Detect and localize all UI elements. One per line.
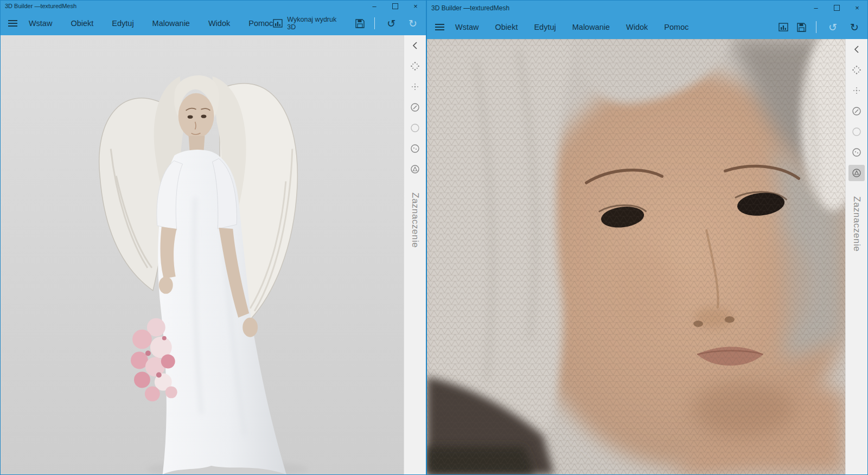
cone-select-icon <box>410 164 420 175</box>
menu-pomoc[interactable]: Pomoc <box>248 19 273 28</box>
titlebar[interactable]: 3D Builder —texturedMesh – × <box>427 1 867 15</box>
redo-icon[interactable]: ↻ <box>848 22 861 33</box>
save-icon[interactable] <box>355 19 365 28</box>
save-icon[interactable] <box>797 23 806 32</box>
close-button[interactable]: × <box>405 1 426 11</box>
close-button[interactable]: × <box>847 1 867 15</box>
window-controls: – × <box>806 1 867 15</box>
minimize-button[interactable]: – <box>364 1 385 11</box>
paint-select-icon <box>410 102 420 113</box>
minimize-button[interactable]: – <box>806 1 826 15</box>
desktop: 3D Builder —texturedMesh – × Wstaw Obiek… <box>0 0 868 475</box>
maximize-icon <box>834 5 840 11</box>
toolbar-divider <box>374 17 375 29</box>
tool-point-select[interactable] <box>407 58 423 74</box>
viewport-3d-angel[interactable] <box>1 35 404 474</box>
point-select-icon <box>410 61 420 72</box>
hamburger-menu-icon[interactable] <box>1 11 25 35</box>
panel-label-zaznaczenie: Zaznaczenie <box>410 192 420 248</box>
menu-obiekt[interactable]: Obiekt <box>495 23 518 31</box>
toolbar-divider <box>816 21 816 33</box>
window-body: Zaznaczenie <box>1 35 426 474</box>
tool-part-select[interactable] <box>407 79 423 95</box>
window-controls: – × <box>364 1 426 11</box>
chevron-left-icon <box>412 41 418 50</box>
menu-malowanie[interactable]: Malowanie <box>152 19 190 28</box>
wireframe-face-model <box>427 39 845 474</box>
toolbar: ↺ ↻ <box>778 21 867 33</box>
menu-pomoc[interactable]: Pomoc <box>664 23 688 31</box>
tool-paint-select[interactable] <box>848 103 865 119</box>
menu-wstaw[interactable]: Wstaw <box>29 19 53 28</box>
sphere-select-icon <box>851 147 862 158</box>
angel-figurine-model <box>1 35 404 474</box>
menu: Wstaw Obiekt Edytuj Malowanie Widok Pomo… <box>29 19 273 28</box>
tool-sphere-select[interactable] <box>848 144 865 161</box>
menu-widok[interactable]: Widok <box>626 23 648 31</box>
tool-sphere-select[interactable] <box>407 140 423 157</box>
panel-expand-button[interactable] <box>846 39 867 60</box>
maximize-button[interactable] <box>385 1 405 11</box>
menu-malowanie[interactable]: Malowanie <box>572 23 610 31</box>
maximize-icon <box>392 3 398 9</box>
viewport-3d-mesh-face[interactable] <box>427 39 845 474</box>
panel-label-zaznaczenie: Zaznaczenie <box>851 196 862 252</box>
chevron-left-icon <box>854 45 859 54</box>
print-3d-icon[interactable] <box>778 23 788 31</box>
selection-side-panel: Zaznaczenie <box>845 39 867 474</box>
part-select-icon <box>851 85 862 96</box>
titlebar[interactable]: 3D Builder —texturedMesh – × <box>1 1 426 11</box>
menu-edytuj[interactable]: Edytuj <box>112 19 133 28</box>
circle-select-icon <box>410 123 420 133</box>
tool-cone-select[interactable] <box>848 165 865 181</box>
tool-circle-select[interactable] <box>848 124 865 140</box>
cone-select-icon <box>851 168 862 178</box>
tool-point-select[interactable] <box>848 62 865 78</box>
window-3d-builder-left: 3D Builder —texturedMesh – × Wstaw Obiek… <box>0 0 426 475</box>
tool-part-select[interactable] <box>848 82 865 99</box>
print-3d-icon <box>273 19 283 28</box>
point-select-icon <box>851 65 862 75</box>
menu-wstaw[interactable]: Wstaw <box>455 23 479 31</box>
maximize-button[interactable] <box>826 1 847 15</box>
redo-icon[interactable]: ↻ <box>406 18 419 29</box>
window-3d-builder-right: 3D Builder —texturedMesh – × Wstaw Obiek… <box>426 0 868 475</box>
menu-obiekt[interactable]: Obiekt <box>71 19 93 28</box>
circle-select-icon <box>851 126 862 137</box>
part-select-icon <box>410 81 420 92</box>
print-3d-button[interactable]: Wykonaj wydruk 3D <box>273 16 347 31</box>
menubar: Wstaw Obiekt Edytuj Malowanie Widok Pomo… <box>1 11 426 35</box>
window-body: Zaznaczenie <box>427 39 867 474</box>
tool-circle-select[interactable] <box>407 120 423 136</box>
menu-edytuj[interactable]: Edytuj <box>534 23 556 31</box>
tool-cone-select[interactable] <box>407 161 423 177</box>
menu-widok[interactable]: Widok <box>208 19 230 28</box>
undo-icon[interactable]: ↺ <box>826 22 839 33</box>
menubar: Wstaw Obiekt Edytuj Malowanie Widok Pomo… <box>427 15 867 39</box>
menu: Wstaw Obiekt Edytuj Malowanie Widok Pomo… <box>455 23 689 31</box>
undo-icon[interactable]: ↺ <box>385 18 398 29</box>
toolbar: Wykonaj wydruk 3D ↺ ↻ <box>273 16 426 31</box>
tool-paint-select[interactable] <box>407 99 423 115</box>
print-3d-label: Wykonaj wydruk 3D <box>287 16 347 31</box>
hamburger-menu-icon[interactable] <box>427 15 452 39</box>
selection-side-panel: Zaznaczenie <box>404 35 426 474</box>
sphere-select-icon <box>410 143 420 154</box>
paint-select-icon <box>851 106 862 117</box>
panel-expand-button[interactable] <box>404 35 426 56</box>
window-title: 3D Builder —texturedMesh <box>427 4 806 12</box>
window-title: 3D Builder —texturedMesh <box>1 3 364 9</box>
